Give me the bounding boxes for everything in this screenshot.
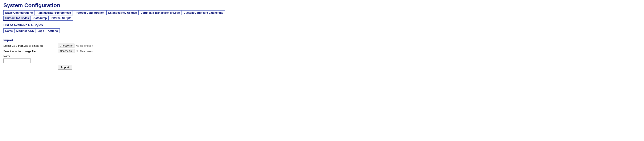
logo-file-label: Select logo from image file: — [3, 50, 58, 53]
tab-custom-ra-styles[interactable]: Custom RA Styles — [3, 16, 31, 20]
tab-external-scripts[interactable]: External Scripts — [48, 16, 73, 20]
import-section: Import Select CSS from Zip or single fil… — [3, 38, 641, 70]
tab-administrator-preferences[interactable]: Administrator Preferences — [35, 10, 73, 15]
tab-basic-configurations[interactable]: Basic Configurations — [3, 10, 35, 15]
page-title: System Configuration — [3, 2, 641, 9]
name-label: Name — [3, 54, 641, 58]
css-file-row: Select CSS from Zip or single file: Choo… — [3, 44, 641, 48]
tabs-row-2: Custom RA Styles Statedump External Scri… — [3, 16, 641, 20]
col-logo: Logo — [36, 28, 46, 33]
choose-logo-file-button[interactable]: Choose file — [58, 49, 74, 53]
tab-custom-certificate-extensions[interactable]: Custom Certificate Extensions — [182, 10, 225, 15]
ra-styles-table-container: Name Modified CSS Logo Actions — [3, 28, 641, 33]
logo-file-no-file-text: No file chosen — [76, 50, 93, 53]
logo-file-row: Select logo from image file: Choose file… — [3, 49, 641, 53]
import-title: Import — [3, 38, 641, 42]
css-file-label: Select CSS from Zip or single file: — [3, 44, 58, 47]
css-file-input-wrapper: Choose file No file chosen — [58, 44, 93, 48]
col-actions: Actions — [46, 28, 60, 33]
import-button[interactable]: Import — [58, 65, 72, 70]
css-file-no-file-text: No file chosen — [76, 44, 93, 47]
list-section-title: List of Available RA Styles — [3, 23, 641, 27]
tab-certificate-transparency-logs[interactable]: Certificate Transparency Logs — [138, 10, 182, 15]
name-input[interactable] — [3, 58, 31, 63]
col-name: Name — [4, 28, 14, 33]
tabs-row-1: Basic Configurations Administrator Prefe… — [3, 10, 641, 15]
tab-statedump[interactable]: Statedump — [31, 16, 48, 20]
col-modified-css: Modified CSS — [14, 28, 36, 33]
choose-css-file-button[interactable]: Choose file — [58, 44, 74, 48]
tab-extended-key-usages[interactable]: Extended Key Usages — [106, 10, 139, 15]
ra-styles-table: Name Modified CSS Logo Actions — [3, 28, 60, 33]
tab-protocol-configuration[interactable]: Protocol Configuration — [73, 10, 106, 15]
logo-file-input-wrapper: Choose file No file chosen — [58, 49, 93, 53]
